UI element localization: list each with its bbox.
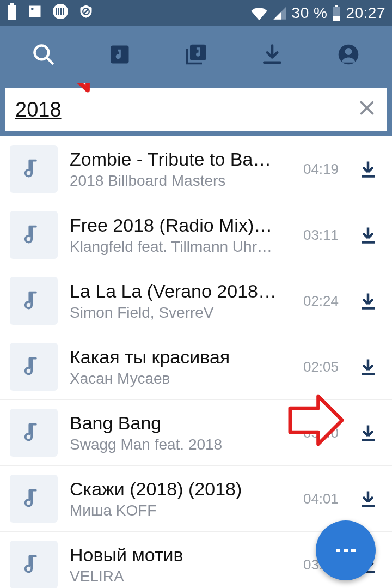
wifi-icon	[250, 5, 268, 21]
battery-percent: 30 %	[292, 4, 328, 22]
music-single-icon	[108, 43, 132, 66]
track-cover	[10, 409, 58, 457]
track-cover	[10, 277, 58, 325]
track-cover	[10, 475, 58, 523]
track-duration: 02:24	[295, 293, 339, 310]
svg-rect-4	[60, 8, 62, 15]
music-library-icon	[184, 43, 208, 66]
note-icon	[21, 222, 46, 247]
svg-rect-19	[351, 549, 356, 552]
note-icon	[21, 354, 46, 379]
track-row[interactable]: Скажи (2018) (2018) Миша KOFF 04:01	[0, 466, 392, 532]
svg-rect-5	[63, 8, 64, 15]
download-arrow-icon	[358, 159, 378, 179]
note-icon	[21, 486, 46, 511]
track-title: Free 2018 (Radio Mix)…	[70, 215, 283, 236]
track-artist: Klangfeld feat. Tillmann Uhr…	[70, 238, 283, 256]
download-track-button[interactable]	[356, 489, 380, 508]
track-duration: 04:19	[295, 161, 339, 178]
svg-rect-10	[333, 16, 340, 21]
track-title: Bang Bang	[70, 413, 283, 434]
fab-more-button[interactable]	[316, 520, 376, 580]
download-arrow-icon	[358, 489, 378, 508]
status-bar: 30 % 20:27	[0, 0, 392, 26]
track-row[interactable]: Zombie - Tribute to Ba… 2018 Billboard M…	[0, 136, 392, 202]
svg-rect-3	[58, 8, 59, 15]
annotation-arrow-right	[280, 390, 351, 450]
download-track-button[interactable]	[356, 423, 380, 442]
download-track-button[interactable]	[356, 357, 380, 377]
track-cover	[10, 145, 58, 193]
track-artist: Simon Field, SverreV	[70, 304, 283, 322]
track-cover	[10, 343, 58, 391]
search-query: 2018	[15, 98, 357, 122]
track-row[interactable]: La La La (Verano 2018… Simon Field, Sver…	[0, 268, 392, 334]
clock: 20:27	[346, 4, 385, 22]
track-cover	[10, 211, 58, 259]
svg-rect-18	[344, 549, 348, 552]
track-row[interactable]: Free 2018 (Radio Mix)… Klangfeld feat. T…	[0, 202, 392, 268]
shield-icon	[78, 4, 94, 23]
svg-rect-17	[336, 549, 340, 552]
note-icon	[21, 552, 46, 577]
search-icon	[32, 43, 56, 66]
track-duration: 04:01	[295, 490, 339, 507]
tab-downloads[interactable]	[250, 33, 294, 76]
track-list: Zombie - Tribute to Ba… 2018 Billboard M…	[0, 136, 392, 588]
track-title: La La La (Verano 2018…	[70, 281, 283, 302]
track-duration: 02:05	[295, 359, 339, 375]
tab-my-music[interactable]	[98, 33, 142, 76]
track-cover	[10, 541, 58, 588]
track-artist: VELIRA	[70, 568, 283, 585]
battery-icon	[332, 5, 341, 21]
track-title: Скажи (2018) (2018)	[70, 478, 283, 500]
track-title: Какая ты красивая	[70, 347, 283, 368]
profile-icon	[336, 43, 360, 66]
track-artist: Swagg Man feat. 2018	[70, 436, 283, 453]
track-artist: Миша KOFF	[70, 502, 283, 519]
tab-library[interactable]	[174, 33, 218, 76]
note-icon	[21, 288, 46, 313]
download-icon	[260, 43, 284, 66]
clear-search-button[interactable]	[357, 98, 377, 122]
svg-point-16	[345, 48, 352, 55]
download-track-button[interactable]	[356, 159, 380, 179]
download-track-button[interactable]	[356, 225, 380, 245]
image-icon	[27, 4, 42, 23]
svg-point-0	[31, 8, 34, 10]
download-arrow-icon	[358, 225, 378, 245]
signal-icon	[272, 5, 287, 21]
download-arrow-icon	[358, 423, 378, 442]
download-arrow-icon	[358, 357, 378, 377]
track-artist: Хасан Мусаев	[70, 370, 283, 387]
note-icon	[21, 156, 46, 181]
barcode-icon	[52, 3, 69, 23]
toolbar	[0, 26, 392, 83]
svg-rect-2	[56, 8, 57, 15]
track-title: Zombie - Tribute to Ba…	[70, 149, 283, 170]
note-icon	[21, 420, 46, 445]
svg-rect-8	[335, 5, 338, 7]
download-track-button[interactable]	[356, 291, 380, 311]
search-button[interactable]	[22, 33, 65, 76]
tab-profile[interactable]	[327, 33, 370, 76]
close-icon	[357, 98, 377, 118]
track-duration: 03:11	[295, 227, 339, 244]
track-artist: 2018 Billboard Masters	[70, 172, 283, 190]
svg-line-12	[47, 58, 53, 64]
battery-alert-icon	[7, 3, 17, 23]
more-horizontal-icon	[334, 548, 358, 553]
track-title: Новый мотив	[70, 544, 283, 566]
svg-rect-14	[190, 45, 206, 60]
download-arrow-icon	[358, 291, 378, 311]
